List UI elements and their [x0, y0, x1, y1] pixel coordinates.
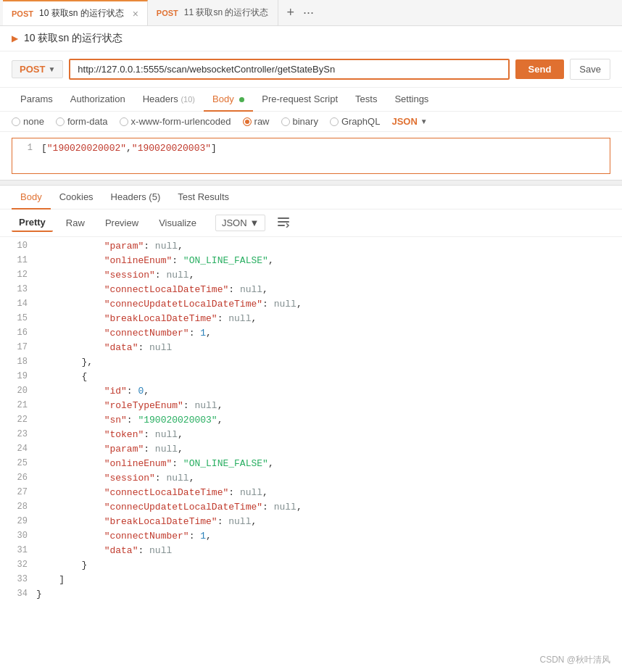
- json-line: 13 "connectLocalDateTime": null,: [0, 283, 622, 298]
- radio-formdata-icon: [56, 117, 65, 126]
- request-body-editor[interactable]: 1 ["190020020002","190020020003"]: [12, 138, 610, 174]
- url-input[interactable]: [69, 59, 509, 80]
- line-content: "param": null,: [36, 241, 183, 252]
- json-line: 11 "onlineEnum": "ON_LINE_FALSE",: [0, 254, 622, 269]
- line-number: 33: [0, 574, 36, 584]
- line-number: 31: [0, 545, 36, 555]
- json-line: 27 "connectLocalDateTime": null,: [0, 486, 622, 501]
- section-divider: [0, 180, 622, 186]
- tab-1[interactable]: POST 10 获取sn 的运行状态 ×: [3, 0, 148, 25]
- preview-button[interactable]: Preview: [98, 215, 146, 231]
- tab-headers[interactable]: Headers (10): [134, 88, 204, 112]
- tab2-title: 11 获取sn 的运行状态: [184, 7, 269, 19]
- json-format-selector[interactable]: JSON ▼: [391, 116, 427, 127]
- tab-2[interactable]: POST 11 获取sn 的运行状态: [148, 0, 278, 25]
- line-content: "breakLocalDateTime": null,: [36, 516, 257, 527]
- json-line: 22 "sn": "190020020003",: [0, 414, 622, 428]
- body-type-form-data[interactable]: form-data: [56, 116, 108, 127]
- page-title: 10 获取sn 的运行状态: [24, 32, 123, 45]
- line-content: "data": null: [36, 545, 172, 556]
- radio-graphql-icon: [330, 117, 339, 126]
- line-content: "onlineEnum": "ON_LINE_FALSE",: [36, 458, 274, 469]
- method-chevron-icon: ▼: [48, 65, 55, 73]
- json-line: 31 "data": null: [0, 544, 622, 559]
- body-type-none[interactable]: none: [12, 116, 44, 127]
- line-number: 24: [0, 444, 36, 454]
- line-content: {: [36, 371, 87, 382]
- request-nav-tabs: Params Authorization Headers (10) Body P…: [0, 88, 622, 112]
- line-1-content: ["190020020002","190020020003"]: [41, 143, 217, 154]
- json-line: 12 "session": null,: [0, 269, 622, 283]
- radio-raw-icon: [243, 117, 252, 126]
- line-content: "breakLocalDateTime": null,: [36, 313, 257, 324]
- tab-authorization[interactable]: Authorization: [62, 88, 134, 112]
- line-number: 19: [0, 371, 36, 381]
- line-content: },: [36, 357, 93, 368]
- json-line: 34}: [0, 588, 622, 602]
- radio-urlencoded-icon: [120, 117, 128, 126]
- tab-params[interactable]: Params: [12, 88, 62, 112]
- collapse-arrow-icon[interactable]: ▶: [12, 33, 18, 43]
- line-content: "connectNumber": 1,: [36, 531, 212, 542]
- json-line: 16 "connectNumber": 1,: [0, 327, 622, 341]
- svg-rect-1: [278, 221, 289, 223]
- json-line: 18 },: [0, 356, 622, 370]
- response-section: Body Cookies Headers (5) Test Results Pr…: [0, 186, 622, 605]
- line-content: "connectNumber": 1,: [36, 328, 212, 339]
- pretty-button[interactable]: Pretty: [12, 214, 53, 232]
- line-content: "onlineEnum": "ON_LINE_FALSE",: [36, 255, 274, 266]
- line-number: 18: [0, 357, 36, 367]
- line-content: "roleTypeEnum": null,: [36, 400, 223, 411]
- wrap-icon[interactable]: [277, 216, 290, 231]
- send-button[interactable]: Send: [515, 59, 565, 79]
- svg-rect-0: [278, 217, 289, 219]
- line-number: 12: [0, 270, 36, 280]
- body-type-bar: none form-data x-www-form-urlencoded raw…: [0, 112, 622, 132]
- body-type-raw[interactable]: raw: [243, 116, 270, 127]
- tab-actions: + ···: [278, 5, 323, 20]
- json-line: 30 "connectNumber": 1,: [0, 530, 622, 544]
- json-line: 23 "token": null,: [0, 428, 622, 443]
- tab-settings[interactable]: Settings: [386, 88, 437, 112]
- add-tab-icon[interactable]: +: [284, 5, 298, 20]
- line-number: 27: [0, 487, 36, 497]
- json-line: 32 }: [0, 559, 622, 573]
- headers-count: (10): [181, 95, 195, 104]
- tab-tests[interactable]: Tests: [347, 88, 386, 112]
- tab-prerequest[interactable]: Pre-request Script: [253, 88, 347, 112]
- more-tabs-icon[interactable]: ···: [300, 5, 317, 20]
- response-format-select[interactable]: JSON ▼: [215, 215, 266, 231]
- tab-bar: POST 10 获取sn 的运行状态 × POST 11 获取sn 的运行状态 …: [0, 0, 622, 26]
- tab2-method: POST: [157, 9, 178, 17]
- method-label: POST: [20, 64, 45, 75]
- save-button[interactable]: Save: [570, 59, 610, 80]
- line-content: "connecUpdatetLocalDateTime": null,: [36, 299, 302, 310]
- body-type-graphql[interactable]: GraphQL: [330, 116, 380, 127]
- response-tab-body[interactable]: Body: [12, 186, 51, 210]
- raw-button[interactable]: Raw: [59, 215, 92, 231]
- line-number: 16: [0, 328, 36, 338]
- line-number: 22: [0, 415, 36, 425]
- line-number: 32: [0, 560, 36, 570]
- json-line: 10 "param": null,: [0, 240, 622, 254]
- method-select[interactable]: POST ▼: [12, 60, 63, 78]
- line-number: 30: [0, 531, 36, 541]
- response-tab-headers[interactable]: Headers (5): [102, 186, 170, 210]
- tab1-method: POST: [12, 9, 33, 18]
- tab-body[interactable]: Body: [204, 88, 253, 112]
- json-line: 19 {: [0, 370, 622, 385]
- line-number: 10: [0, 241, 36, 251]
- visualize-button[interactable]: Visualize: [152, 215, 204, 231]
- line-number: 23: [0, 429, 36, 439]
- body-type-urlencoded[interactable]: x-www-form-urlencoded: [120, 116, 231, 127]
- line-number: 34: [0, 589, 36, 599]
- tab1-close[interactable]: ×: [133, 8, 138, 20]
- body-type-binary[interactable]: binary: [281, 116, 318, 127]
- json-line: 25 "onlineEnum": "ON_LINE_FALSE",: [0, 457, 622, 472]
- url-bar: POST ▼ Send Save: [12, 59, 610, 80]
- json-line: 20 "id": 0,: [0, 385, 622, 399]
- request-section: POST ▼ Send Save: [0, 51, 622, 88]
- format-dropdown-icon: ▼: [250, 217, 260, 228]
- response-tab-cookies[interactable]: Cookies: [51, 186, 102, 210]
- response-tab-test-results[interactable]: Test Results: [169, 186, 238, 210]
